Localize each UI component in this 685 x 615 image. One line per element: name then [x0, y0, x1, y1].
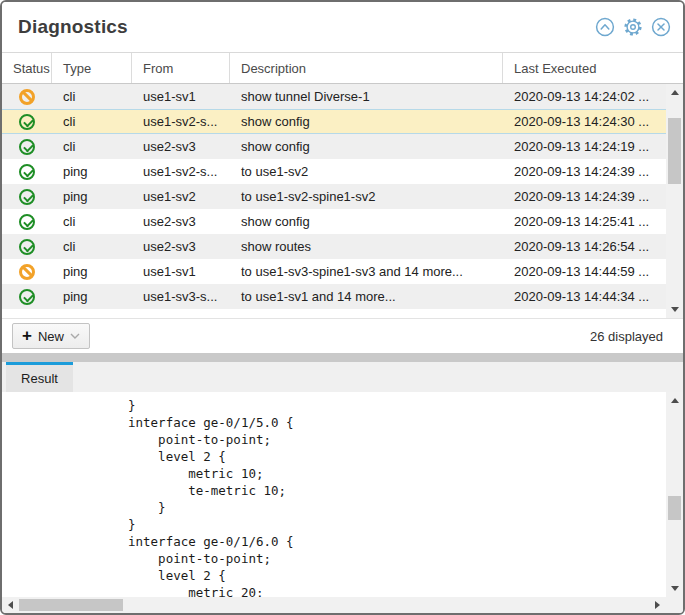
from-cell: use1-sv2: [132, 189, 230, 204]
new-button[interactable]: + New: [12, 323, 90, 349]
description-cell: show config: [230, 214, 503, 229]
table-row[interactable]: cliuse2-sv3show routes2020-09-13 14:26:5…: [2, 234, 666, 259]
splitter-handle[interactable]: [2, 353, 683, 362]
page-title: Diagnostics: [18, 16, 128, 38]
table-row[interactable]: cliuse1-sv1show tunnel Diverse-12020-09-…: [2, 84, 666, 109]
description-cell: show routes: [230, 239, 503, 254]
last-executed-cell: 2020-09-13 14:44:59 ...: [503, 264, 666, 279]
from-cell: use1-sv3-s...: [132, 289, 230, 304]
from-cell: use1-sv1: [132, 89, 230, 104]
chevron-down-icon: [70, 332, 80, 340]
table-vertical-scrollbar[interactable]: [666, 84, 683, 318]
horizontal-scrollbar-thumb[interactable]: [19, 599, 123, 611]
type-cell: cli: [52, 114, 132, 129]
status-cell: [2, 114, 52, 130]
scroll-right-arrow-icon[interactable]: [650, 597, 665, 613]
plus-icon: +: [22, 327, 32, 344]
success-check-icon: [19, 189, 35, 205]
blocked-ban-icon: [19, 264, 35, 280]
type-cell: ping: [52, 264, 132, 279]
from-cell: use1-sv1: [132, 264, 230, 279]
status-cell: [2, 139, 52, 155]
table-row[interactable]: pinguse1-sv3-s...to use1-sv1 and 14 more…: [2, 284, 666, 309]
last-executed-cell: 2020-09-13 14:24:39 ...: [503, 164, 666, 179]
success-check-icon: [19, 214, 35, 230]
result-vertical-scrollbar[interactable]: [666, 392, 683, 597]
type-cell: ping: [52, 189, 132, 204]
description-cell: show config: [230, 114, 503, 129]
status-cell: [2, 289, 52, 305]
table-body: cliuse1-sv1show tunnel Diverse-12020-09-…: [2, 84, 666, 318]
table-row[interactable]: pinguse1-sv2to use1-sv2-spine1-sv22020-0…: [2, 184, 666, 209]
from-cell: use2-sv3: [132, 239, 230, 254]
type-cell: ping: [52, 289, 132, 304]
scroll-down-arrow-icon[interactable]: [666, 302, 683, 317]
status-cell: [2, 239, 52, 255]
collapse-icon[interactable]: [595, 17, 615, 37]
column-header-description[interactable]: Description: [230, 53, 503, 83]
description-cell: to use1-sv2: [230, 164, 503, 179]
result-tabbar: Result: [2, 362, 683, 392]
type-cell: cli: [52, 139, 132, 154]
last-executed-cell: 2020-09-13 14:25:41 ...: [503, 214, 666, 229]
last-executed-cell: 2020-09-13 14:26:54 ...: [503, 239, 666, 254]
scroll-up-arrow-icon[interactable]: [666, 393, 683, 408]
success-check-icon: [19, 114, 35, 130]
column-header-from[interactable]: From: [132, 53, 230, 83]
column-header-type[interactable]: Type: [52, 53, 132, 83]
table-row[interactable]: cliuse1-sv2-s...show config2020-09-13 14…: [2, 109, 666, 134]
blocked-ban-icon: [19, 89, 35, 105]
last-executed-cell: 2020-09-13 14:24:30 ...: [503, 114, 666, 129]
status-cell: [2, 264, 52, 280]
type-cell: cli: [52, 89, 132, 104]
titlebar: Diagnostics: [2, 2, 683, 52]
type-cell: ping: [52, 164, 132, 179]
settings-gear-icon[interactable]: [623, 17, 643, 37]
type-cell: cli: [52, 239, 132, 254]
status-cell: [2, 189, 52, 205]
type-cell: cli: [52, 214, 132, 229]
scroll-down-arrow-icon[interactable]: [666, 581, 683, 596]
status-cell: [2, 214, 52, 230]
table-row[interactable]: cliuse2-sv3show config2020-09-13 14:24:1…: [2, 134, 666, 159]
description-cell: show config: [230, 139, 503, 154]
from-cell: use1-sv2-s...: [132, 114, 230, 129]
description-cell: to use1-sv2-spine1-sv2: [230, 189, 503, 204]
result-code: } interface ge-0/1/5.0 { point-to-point;…: [2, 392, 666, 597]
scroll-up-arrow-icon[interactable]: [666, 85, 683, 100]
last-executed-cell: 2020-09-13 14:24:39 ...: [503, 189, 666, 204]
description-cell: to use1-sv3-spine1-sv3 and 14 more...: [230, 264, 503, 279]
new-button-label: New: [38, 329, 64, 344]
description-cell: to use1-sv1 and 14 more...: [230, 289, 503, 304]
status-cell: [2, 164, 52, 180]
last-executed-cell: 2020-09-13 14:44:34 ...: [503, 289, 666, 304]
table-toolbar: + New 26 displayed: [2, 318, 683, 353]
result-scrollbar-thumb[interactable]: [668, 496, 681, 520]
table-body-wrap: cliuse1-sv1show tunnel Diverse-12020-09-…: [2, 84, 683, 318]
result-horizontal-scrollbar[interactable]: [2, 597, 683, 613]
from-cell: use2-sv3: [132, 139, 230, 154]
success-check-icon: [19, 239, 35, 255]
tab-result[interactable]: Result: [6, 362, 73, 392]
scroll-left-arrow-icon[interactable]: [3, 597, 18, 613]
titlebar-icons: [595, 17, 671, 37]
success-check-icon: [19, 289, 35, 305]
table-header: Status Type From Description Last Execut…: [2, 52, 683, 84]
table-scrollbar-thumb[interactable]: [668, 118, 681, 184]
diagnostics-window: Diagnostics Status Type From Description…: [0, 0, 685, 615]
column-header-status[interactable]: Status: [2, 53, 52, 83]
table-row[interactable]: pinguse1-sv1to use1-sv3-spine1-sv3 and 1…: [2, 259, 666, 284]
status-cell: [2, 89, 52, 105]
last-executed-cell: 2020-09-13 14:24:02 ...: [503, 89, 666, 104]
close-icon[interactable]: [651, 17, 671, 37]
table-row[interactable]: cliuse2-sv3show config2020-09-13 14:25:4…: [2, 209, 666, 234]
table-row[interactable]: pinguse1-sv2-s...to use1-sv22020-09-13 1…: [2, 159, 666, 184]
displayed-count: 26 displayed: [590, 329, 663, 344]
success-check-icon: [19, 139, 35, 155]
last-executed-cell: 2020-09-13 14:24:19 ...: [503, 139, 666, 154]
result-panel: } interface ge-0/1/5.0 { point-to-point;…: [2, 392, 683, 597]
column-header-last-executed[interactable]: Last Executed: [503, 53, 666, 83]
from-cell: use2-sv3: [132, 214, 230, 229]
description-cell: show tunnel Diverse-1: [230, 89, 503, 104]
scrollbar-corner: [666, 597, 683, 613]
